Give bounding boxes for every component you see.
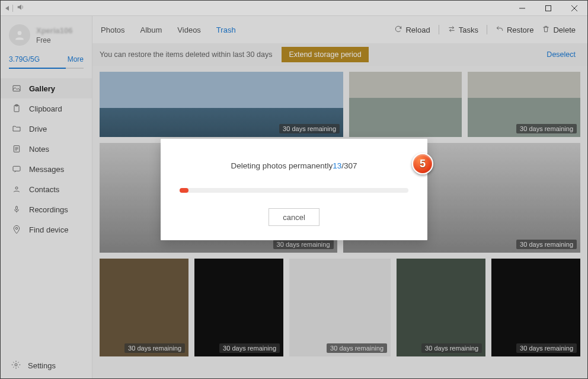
delete-dialog: Deleting photos permanently13/307 cancel… <box>161 139 427 240</box>
dialog-total: 307 <box>344 161 357 170</box>
dialog-current: 13 <box>333 161 341 170</box>
dialog-prefix: Deleting photos permanently <box>231 161 333 170</box>
dialog-message: Deleting photos permanently13/307 <box>177 161 411 170</box>
progress-fill <box>180 188 188 193</box>
modal-scrim: Deleting photos permanently13/307 cancel… <box>1 1 587 378</box>
step-callout: 5 <box>412 153 433 174</box>
dialog-actions: cancel <box>177 208 411 226</box>
cancel-button[interactable]: cancel <box>269 208 319 226</box>
progress-bar <box>180 188 408 193</box>
app-window: Xperia106 Free 3.79G/5G More Gallery Cli… <box>0 0 588 379</box>
